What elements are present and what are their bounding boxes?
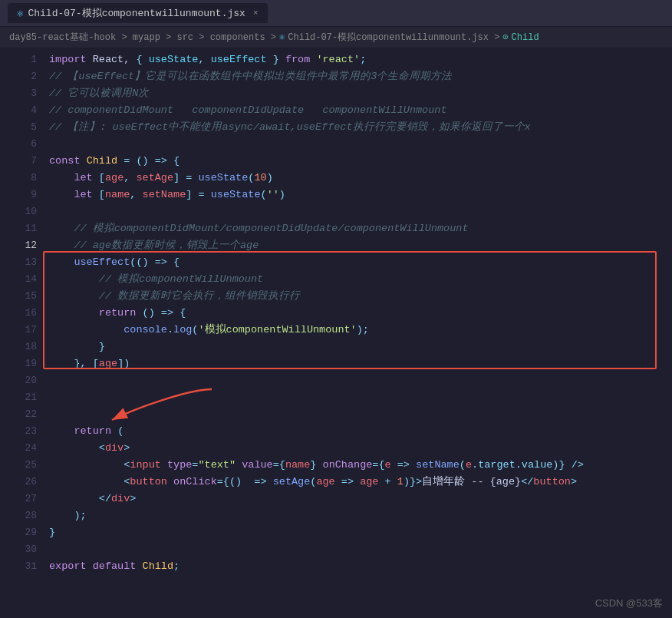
ln-15: 15 bbox=[12, 288, 37, 305]
ln-18: 18 bbox=[12, 339, 37, 355]
code-line-14: // 模拟componentWillUnmount bbox=[49, 271, 672, 288]
ln-10: 10 bbox=[12, 203, 37, 220]
ln-26: 26 bbox=[12, 474, 37, 491]
code-line-27: </div> bbox=[49, 491, 672, 507]
line-numbers: 1 2 3 4 5 6 7 8 9 10 11 12 13 14 15 16 1… bbox=[12, 48, 43, 618]
code-line-10 bbox=[49, 203, 672, 220]
ln-7: 7 bbox=[12, 153, 37, 170]
breadcrumb-component-icon: ⊙ bbox=[502, 31, 508, 43]
breadcrumb-component-name: Child bbox=[512, 32, 539, 43]
code-line-6 bbox=[49, 136, 672, 153]
breakpoint-gutter bbox=[0, 48, 12, 618]
code-area: import React, { useState, useEffect } fr… bbox=[43, 48, 672, 618]
code-line-13: useEffect(() => { bbox=[49, 254, 672, 271]
code-line-26: <button onClick={() => setAge(age => age… bbox=[49, 474, 672, 491]
ln-19: 19 bbox=[12, 355, 37, 372]
code-line-16: return () => { bbox=[49, 305, 672, 322]
code-line-7: const Child = () => { bbox=[49, 153, 672, 170]
ln-20: 20 bbox=[12, 372, 37, 389]
code-line-8: let [age, setAge] = useState(10) bbox=[49, 170, 672, 187]
ln-8: 8 bbox=[12, 170, 37, 187]
ln-29: 29 bbox=[12, 524, 37, 541]
ln-23: 23 bbox=[12, 423, 37, 440]
ln-13: 13 bbox=[12, 254, 37, 271]
code-line-23: return ( bbox=[49, 423, 672, 440]
breadcrumb: day85-react基础-hook > myapp > src > compo… bbox=[0, 27, 672, 48]
code-line-15: // 数据更新时它会执行，组件销毁执行行 bbox=[49, 288, 672, 305]
code-line-29: } bbox=[49, 524, 672, 541]
ln-2: 2 bbox=[12, 68, 37, 85]
ln-4: 4 bbox=[12, 102, 37, 119]
code-line-17: console.log('模拟componentWillUnmount'); bbox=[49, 322, 672, 339]
ln-1: 1 bbox=[12, 51, 37, 68]
breadcrumb-filename: Child-07-模拟componentwillunmount.jsx > bbox=[288, 31, 499, 44]
ln-6: 6 bbox=[12, 136, 37, 153]
code-line-31: export default Child; bbox=[49, 558, 672, 575]
ln-24: 24 bbox=[12, 440, 37, 457]
code-line-25: <input type="text" value={name} onChange… bbox=[49, 457, 672, 474]
breadcrumb-path: day85-react基础-hook > myapp > src > compo… bbox=[9, 31, 276, 44]
code-line-5: // 【注】: useEffect中不能使用async/await,useEff… bbox=[49, 119, 672, 136]
ln-14: 14 bbox=[12, 271, 37, 288]
code-line-12: // age数据更新时候，销毁上一个age bbox=[49, 237, 672, 254]
ln-11: 11 bbox=[12, 220, 37, 237]
editor: 1 2 3 4 5 6 7 8 9 10 11 12 13 14 15 16 1… bbox=[0, 48, 672, 618]
react-file-icon: ⚛ bbox=[17, 7, 23, 20]
title-bar: ⚛ Child-07-模拟componentwillunmount.jsx × bbox=[0, 0, 672, 27]
ln-27: 27 bbox=[12, 491, 37, 507]
code-line-22 bbox=[49, 406, 672, 423]
code-line-21 bbox=[49, 389, 672, 406]
breadcrumb-react-icon: ⚛ bbox=[279, 31, 285, 43]
watermark: CSDN @533客 bbox=[595, 595, 663, 612]
ln-9: 9 bbox=[12, 187, 37, 203]
code-line-11: // 模拟componentDidMount/componentDidUpdat… bbox=[49, 220, 672, 237]
code-line-28: ); bbox=[49, 507, 672, 524]
ln-25: 25 bbox=[12, 457, 37, 474]
code-line-9: let [name, setName] = useState('') bbox=[49, 187, 672, 203]
code-line-4: // componentDidMount componentDidUpdate … bbox=[49, 102, 672, 119]
ln-3: 3 bbox=[12, 85, 37, 102]
ln-12: 12 bbox=[12, 237, 37, 254]
ln-22: 22 bbox=[12, 406, 37, 423]
code-line-20 bbox=[49, 372, 672, 389]
tab-close-button[interactable]: × bbox=[253, 8, 259, 18]
tab-label: Child-07-模拟componentwillunmount.jsx bbox=[28, 6, 245, 20]
code-line-18: } bbox=[49, 339, 672, 355]
code-line-19: }, [age]) bbox=[49, 355, 672, 372]
code-line-2: // 【useEffect】它是可以在函数组件中模拟出类组件中最常用的3个生命周… bbox=[49, 68, 672, 85]
ln-21: 21 bbox=[12, 389, 37, 406]
ln-16: 16 bbox=[12, 305, 37, 322]
active-tab[interactable]: ⚛ Child-07-模拟componentwillunmount.jsx × bbox=[8, 3, 268, 23]
ln-28: 28 bbox=[12, 507, 37, 524]
code-line-30 bbox=[49, 541, 672, 558]
code-line-1: import React, { useState, useEffect } fr… bbox=[49, 51, 672, 68]
ln-30: 30 bbox=[12, 541, 37, 558]
code-line-24: <div> bbox=[49, 440, 672, 457]
code-line-3: // 它可以被调用N次 bbox=[49, 85, 672, 102]
ln-5: 5 bbox=[12, 119, 37, 136]
ln-17: 17 bbox=[12, 322, 37, 339]
ln-31: 31 bbox=[12, 558, 37, 575]
